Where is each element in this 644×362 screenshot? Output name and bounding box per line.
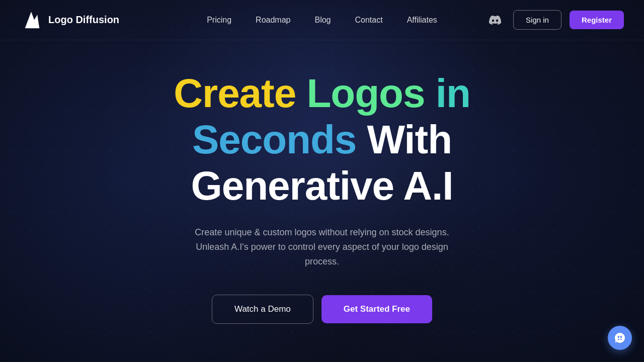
svg-marker-0 (25, 12, 39, 28)
watch-demo-button[interactable]: Watch a Demo (212, 295, 313, 324)
get-started-button[interactable]: Get Started Free (321, 295, 432, 323)
hero-word-create: Create (174, 71, 296, 116)
navbar: Logo Diffusion Pricing Roadmap Blog Cont… (0, 0, 644, 40)
hero-subtitle: Create unique & custom logos without rel… (181, 225, 463, 268)
nav-blog[interactable]: Blog (314, 16, 331, 25)
nav-contact[interactable]: Contact (355, 16, 382, 25)
cta-buttons: Watch a Demo Get Started Free (212, 295, 432, 324)
hero-word-with: With (367, 117, 452, 162)
logo-icon (20, 9, 42, 31)
hero-title: Create Logos in Seconds With Generative … (174, 70, 470, 209)
signin-button[interactable]: Sign in (513, 10, 561, 30)
hero-word-generative-ai: Generative A.I (191, 163, 453, 208)
hero-word-in: in (436, 71, 470, 116)
nav-affiliates[interactable]: Affiliates (407, 16, 437, 25)
hero-word-seconds: Seconds (192, 117, 356, 162)
nav-actions: Sign in Register (485, 10, 624, 30)
register-button[interactable]: Register (570, 11, 624, 29)
hero-word-logos: Logos (306, 71, 425, 116)
nav-pricing[interactable]: Pricing (207, 16, 231, 25)
chat-widget-button[interactable] (608, 326, 632, 350)
nav-roadmap[interactable]: Roadmap (256, 16, 290, 25)
brand-name: Logo Diffusion (48, 14, 119, 26)
discord-button[interactable] (485, 10, 505, 30)
logo-area: Logo Diffusion (20, 9, 119, 31)
nav-links: Pricing Roadmap Blog Contact Affiliates (207, 16, 437, 25)
hero-section: Create Logos in Seconds With Generative … (0, 40, 644, 324)
